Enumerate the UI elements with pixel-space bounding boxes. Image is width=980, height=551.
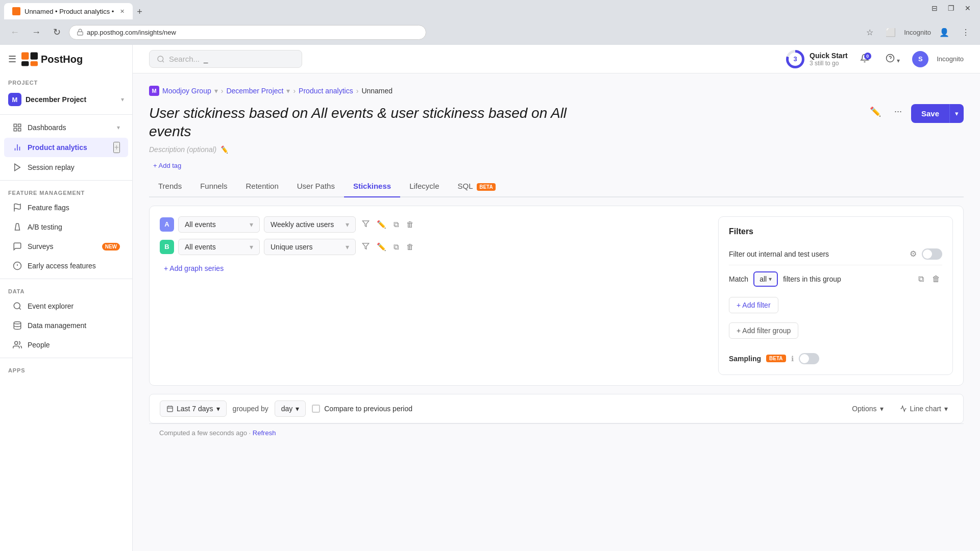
favicon	[12, 7, 20, 15]
tab-retention[interactable]: Retention	[237, 176, 288, 197]
sampling-info-icon[interactable]: ℹ	[791, 355, 794, 363]
add-filter-button[interactable]: + Add filter	[729, 297, 778, 313]
series-a-copy-button[interactable]: ⧉	[391, 218, 401, 231]
quick-start[interactable]: 3 Quick Start 3 still to go	[786, 50, 848, 68]
series-b-metric-arrow: ▾	[346, 243, 349, 251]
series-b-metric-dropdown[interactable]: Unique users ▾	[264, 239, 356, 255]
breadcrumb-section[interactable]: Product analytics	[299, 87, 353, 95]
series-b-filter-button[interactable]	[360, 240, 372, 254]
series-a-row: A All events ▾ Weekly active users ▾	[160, 216, 706, 233]
forward-button[interactable]: →	[28, 25, 45, 40]
close-button[interactable]: ✕	[962, 3, 974, 13]
notifications-button[interactable]: 0	[856, 52, 873, 67]
search-cursor: _	[204, 55, 208, 63]
reload-button[interactable]: ↻	[49, 24, 65, 40]
tab-funnels[interactable]: Funnels	[191, 176, 236, 197]
group-by-dropdown[interactable]: day ▾	[275, 400, 306, 417]
search-placeholder: Search...	[169, 55, 200, 63]
chart-type-button[interactable]: Line chart ▾	[895, 402, 953, 416]
tab-user-paths[interactable]: User Paths	[288, 176, 344, 197]
back-button[interactable]: ←	[6, 25, 23, 40]
sidebar-item-session-replay-label: Session replay	[28, 163, 120, 171]
add-tag-button[interactable]: + Add tag	[149, 160, 185, 171]
tab-lifecycle[interactable]: Lifecycle	[400, 176, 448, 197]
tab-sql[interactable]: SQL BETA	[449, 176, 505, 197]
series-b-delete-button[interactable]: 🗑	[404, 240, 416, 253]
edit-title-button[interactable]: ✏️	[866, 104, 885, 119]
refresh-link[interactable]: Refresh	[253, 429, 276, 437]
sidebar-item-early-access[interactable]: Early access features	[4, 257, 128, 275]
compare-period-checkbox[interactable]	[312, 405, 320, 413]
series-a-filter-button[interactable]	[360, 218, 372, 231]
series-a-delete-button[interactable]: 🗑	[404, 218, 416, 231]
add-product-analytics-button[interactable]: +	[113, 142, 120, 153]
tab-user-paths-label: User Paths	[297, 182, 335, 190]
user-avatar-button[interactable]: S	[912, 51, 928, 67]
sql-beta-badge: BETA	[477, 183, 495, 191]
extension-button[interactable]: ⬜	[881, 26, 900, 39]
series-b-edit-button[interactable]: ✏️	[375, 240, 388, 254]
sidebar-toggle-button[interactable]: ☰	[8, 54, 16, 65]
match-select-dropdown[interactable]: all ▾	[753, 271, 778, 287]
series-a-edit-button[interactable]: ✏️	[375, 218, 388, 231]
sidebar-item-feature-flags[interactable]: Feature flags	[4, 198, 128, 217]
series-a-event-dropdown[interactable]: All events ▾	[178, 216, 260, 233]
series-a-metric-label: Weekly active users	[271, 220, 334, 229]
svg-marker-26	[362, 243, 369, 249]
breadcrumb-group[interactable]: Moodjoy Group	[162, 87, 211, 95]
search-bar[interactable]: Search... _	[149, 50, 302, 68]
restore-button[interactable]: ❐	[945, 3, 958, 13]
series-b-event-dropdown[interactable]: All events ▾	[178, 239, 260, 255]
sidebar-item-ab-testing[interactable]: A/B testing	[4, 218, 128, 236]
more-options-button[interactable]: ···	[890, 104, 906, 119]
sidebar-item-event-explorer[interactable]: Event explorer	[4, 297, 128, 315]
tab-stickiness[interactable]: Stickiness	[344, 176, 400, 197]
sidebar-item-session-replay[interactable]: Session replay	[4, 158, 128, 177]
tab-trends[interactable]: Trends	[149, 176, 191, 197]
menu-button[interactable]: ⋮	[958, 26, 974, 39]
event-icon	[12, 301, 22, 311]
sidebar-item-feature-flags-label: Feature flags	[28, 204, 120, 212]
address-bar[interactable]: app.posthog.com/insights/new	[69, 25, 426, 40]
url-text: app.posthog.com/insights/new	[87, 29, 176, 36]
series-a-metric-dropdown[interactable]: Weekly active users ▾	[264, 216, 356, 233]
svg-rect-27	[167, 406, 173, 412]
sidebar-item-product-analytics[interactable]: Product analytics +	[4, 138, 128, 157]
minimize-button[interactable]: ⊟	[928, 3, 941, 13]
save-dropdown-button[interactable]: ▾	[949, 104, 964, 123]
filter-gear-icon[interactable]: ⚙	[910, 249, 917, 259]
add-filter-group-button[interactable]: + Add filter group	[729, 322, 798, 339]
sampling-toggle[interactable]	[799, 353, 819, 364]
match-row: Match all ▾ filters in this group ⧉ 🗑	[729, 265, 942, 293]
insight-description[interactable]: Description (optional) ✏️	[149, 145, 857, 154]
save-button[interactable]: Save	[911, 104, 949, 123]
internal-users-filter-row: Filter out internal and test users ⚙	[729, 243, 942, 265]
sidebar-item-surveys[interactable]: Surveys NEW	[4, 237, 128, 256]
toolbar-right: ☆ ⬜ Incognito 👤 ⋮	[862, 26, 974, 39]
date-range-picker[interactable]: Last 7 days ▾	[160, 400, 227, 417]
sidebar-item-data-management[interactable]: Data management	[4, 316, 128, 335]
compare-period-checkbox-row[interactable]: Compare to previous period	[312, 405, 412, 413]
browser-tab[interactable]: Unnamed • Product analytics • ✕	[4, 3, 133, 19]
help-button[interactable]: ▾	[881, 52, 904, 67]
options-button[interactable]: Options ▾	[847, 402, 888, 416]
sidebar-item-surveys-label: Surveys	[28, 242, 97, 251]
bookmark-button[interactable]: ☆	[862, 26, 877, 39]
add-graph-series-button[interactable]: + Add graph series	[160, 261, 228, 276]
new-tab-button[interactable]: +	[133, 5, 146, 19]
delete-filter-group-button[interactable]: 🗑	[930, 273, 942, 285]
breadcrumb-project[interactable]: December Project	[226, 87, 283, 95]
copy-filter-group-button[interactable]: ⧉	[916, 273, 926, 285]
profile-button[interactable]: 👤	[935, 26, 953, 39]
group-avatar: M	[149, 86, 159, 96]
filter-toggle-knob	[923, 249, 932, 259]
internal-users-filter-label: Filter out internal and test users	[729, 250, 904, 258]
internal-users-toggle[interactable]	[922, 248, 942, 260]
sidebar-item-dashboards[interactable]: Dashboards ▾	[4, 118, 128, 137]
help-icon	[886, 54, 895, 63]
tab-close-btn[interactable]: ✕	[120, 8, 125, 15]
sidebar-item-people[interactable]: People	[4, 336, 128, 354]
project-item[interactable]: M December Project ▾	[0, 88, 132, 111]
grouped-by-label: grouped by	[233, 405, 268, 413]
series-b-copy-button[interactable]: ⧉	[391, 240, 401, 254]
